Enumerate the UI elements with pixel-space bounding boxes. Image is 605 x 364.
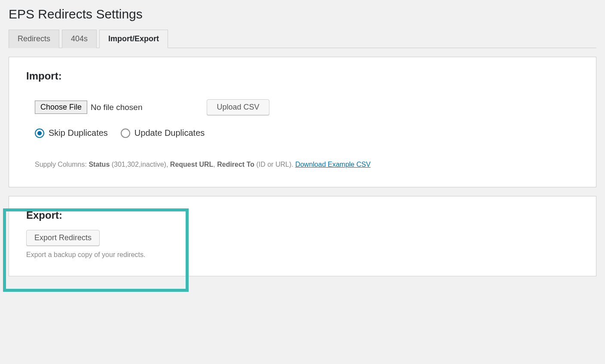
help-col1-strong: Status xyxy=(89,161,110,168)
radio-update-duplicates[interactable]: Update Duplicates xyxy=(121,128,205,138)
no-file-chosen-text: No file chosen xyxy=(91,103,142,112)
import-help-text: Supply Columns: Status (301,302,inactive… xyxy=(26,159,579,170)
help-col2-rest: , xyxy=(213,161,217,168)
download-example-csv-link[interactable]: Download Example CSV xyxy=(295,161,370,168)
page-title: EPS Redirects Settings xyxy=(9,7,596,21)
help-prefix: Supply Columns: xyxy=(35,161,89,168)
tab-import-export[interactable]: Import/Export xyxy=(99,30,168,48)
help-col2-strong: Request URL xyxy=(170,161,213,168)
export-panel: Export: Export Redirects Export a backup… xyxy=(9,196,596,276)
duplicate-handling-radios: Skip Duplicates Update Duplicates xyxy=(26,128,579,138)
import-heading: Import: xyxy=(26,70,579,82)
choose-file-button[interactable]: Choose File xyxy=(35,101,87,114)
radio-input-update[interactable] xyxy=(121,128,130,138)
radio-label-skip: Skip Duplicates xyxy=(49,128,108,138)
upload-csv-button[interactable]: Upload CSV xyxy=(207,99,269,115)
tab-404s[interactable]: 404s xyxy=(62,30,97,48)
export-description: Export a backup copy of your redirects. xyxy=(26,251,579,259)
radio-skip-duplicates[interactable]: Skip Duplicates xyxy=(35,128,108,138)
help-col1-rest: (301,302,inactive), xyxy=(110,161,170,168)
help-col3-rest: (ID or URL). xyxy=(254,161,295,168)
import-panel: Import: Choose File No file chosen Uploa… xyxy=(9,57,596,187)
radio-input-skip[interactable] xyxy=(35,128,44,138)
radio-label-update: Update Duplicates xyxy=(134,128,205,138)
help-col3-strong: Redirect To xyxy=(217,161,254,168)
export-heading: Export: xyxy=(26,209,579,221)
import-file-row: Choose File No file chosen Upload CSV xyxy=(26,99,579,115)
file-input-wrap: Choose File No file chosen xyxy=(35,101,142,114)
export-redirects-button[interactable]: Export Redirects xyxy=(26,230,100,246)
tab-redirects[interactable]: Redirects xyxy=(9,30,59,48)
tab-bar: Redirects 404s Import/Export xyxy=(9,29,596,48)
